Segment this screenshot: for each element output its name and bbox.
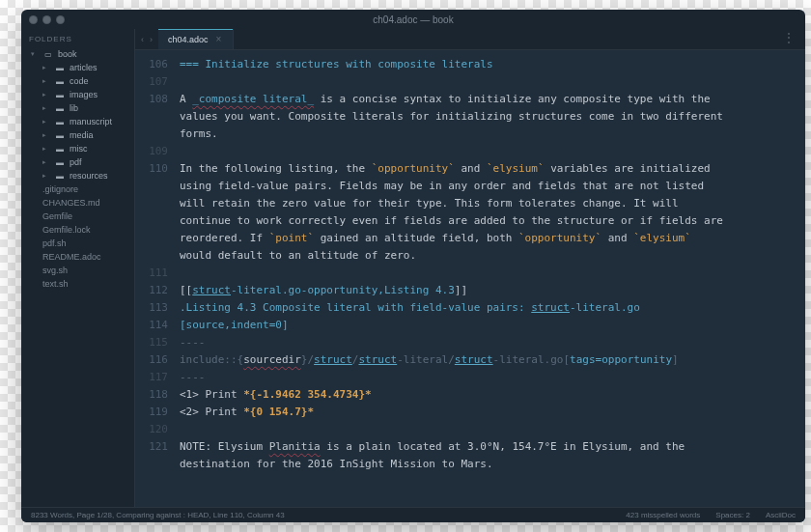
code-line[interactable]: ---- bbox=[180, 369, 796, 386]
tree-label: misc bbox=[70, 144, 88, 154]
tree-folder[interactable]: ▸▬code bbox=[21, 74, 134, 88]
line-number bbox=[135, 108, 168, 126]
line-number bbox=[135, 195, 168, 212]
code-line[interactable]: destination for the 2016 InSight Mission… bbox=[180, 456, 796, 473]
tree-label: media bbox=[70, 130, 94, 140]
tree-file[interactable]: svg.sh bbox=[21, 264, 134, 277]
caret-right-icon: ▸ bbox=[42, 104, 50, 112]
tree-label: Gemfile bbox=[42, 211, 72, 221]
line-number: 119 bbox=[135, 404, 168, 421]
folder-tree[interactable]: ▾ ▭ book ▸▬articles▸▬code▸▬images▸▬lib▸▬… bbox=[21, 47, 134, 507]
code-line[interactable]: would default to an altitude of zero. bbox=[180, 247, 796, 265]
code-line[interactable]: In the following listing, the `opportuni… bbox=[180, 160, 796, 178]
code-line[interactable]: ---- bbox=[180, 334, 796, 351]
tab-overflow-icon[interactable]: ⋮ bbox=[783, 29, 805, 49]
tree-file[interactable]: README.adoc bbox=[21, 250, 134, 264]
folder-icon: ▬ bbox=[55, 118, 65, 126]
code-line[interactable]: .Listing 4.3 Composite literal with fiel… bbox=[180, 299, 796, 317]
code-line[interactable]: NOTE: Elysium Planitia is a plain locate… bbox=[180, 438, 796, 456]
tree-label: code bbox=[70, 76, 89, 86]
tree-folder[interactable]: ▸▬articles bbox=[21, 61, 134, 74]
code-content[interactable]: === Initialize structures with composite… bbox=[176, 50, 805, 507]
code-line[interactable] bbox=[180, 421, 796, 438]
tree-folder[interactable]: ▸▬media bbox=[21, 128, 134, 142]
folder-icon: ▬ bbox=[55, 145, 65, 154]
tree-label: .gitignore bbox=[42, 184, 78, 194]
code-line[interactable]: values you want. Composite literals for … bbox=[180, 108, 796, 126]
line-number bbox=[135, 178, 168, 195]
tree-label: articles bbox=[70, 63, 98, 72]
folder-icon: ▬ bbox=[55, 77, 65, 86]
line-number: 108 bbox=[135, 91, 168, 108]
tree-file[interactable]: pdf.sh bbox=[21, 237, 134, 250]
folder-open-icon: ▭ bbox=[43, 50, 53, 59]
tree-folder[interactable]: ▸▬misc bbox=[21, 142, 134, 155]
tab-label: ch04.adoc bbox=[168, 35, 209, 44]
caret-down-icon: ▾ bbox=[31, 50, 39, 58]
line-number: 117 bbox=[135, 369, 168, 386]
code-line[interactable] bbox=[180, 265, 796, 282]
caret-right-icon: ▸ bbox=[42, 172, 50, 180]
tab-bar: ‹ › ch04.adoc × ⋮ bbox=[135, 29, 805, 50]
tree-file[interactable]: .gitignore bbox=[21, 182, 134, 196]
code-line[interactable]: <1> Print *{-1.9462 354.4734}* bbox=[180, 386, 796, 404]
tree-folder[interactable]: ▸▬images bbox=[21, 88, 134, 101]
folder-icon: ▬ bbox=[55, 91, 65, 99]
status-bar: 8233 Words, Page 1/28, Comparing against… bbox=[21, 507, 805, 522]
caret-right-icon: ▸ bbox=[42, 91, 50, 98]
line-number bbox=[135, 456, 168, 473]
code-line[interactable]: [source,indent=0] bbox=[180, 317, 796, 334]
code-line[interactable]: forms. bbox=[180, 126, 796, 143]
tab-forward-icon[interactable]: › bbox=[150, 35, 153, 44]
code-line[interactable]: include::{sourcedir}/struct/struct-liter… bbox=[180, 351, 796, 369]
line-number: 120 bbox=[135, 421, 168, 438]
editor-main: ‹ › ch04.adoc × ⋮ 1061071081091101111121… bbox=[135, 29, 805, 507]
status-left: 8233 Words, Page 1/28, Comparing against… bbox=[31, 511, 285, 519]
line-number: 116 bbox=[135, 351, 168, 369]
code-line[interactable]: will retain the zero value for their typ… bbox=[180, 195, 796, 212]
code-line[interactable]: [[struct-literal.go-opportunity,Listing … bbox=[180, 282, 796, 299]
folder-icon: ▬ bbox=[55, 158, 65, 167]
editor-area[interactable]: 1061071081091101111121131141151161171181… bbox=[135, 50, 805, 507]
code-line[interactable]: using field-value pairs. Fields may be i… bbox=[180, 178, 796, 195]
tree-label: svg.sh bbox=[42, 266, 68, 275]
sidebar-header: FOLDERS bbox=[21, 29, 134, 47]
caret-right-icon: ▸ bbox=[42, 64, 50, 71]
caret-right-icon: ▸ bbox=[42, 131, 50, 139]
tree-label: text.sh bbox=[42, 279, 69, 289]
tree-folder[interactable]: ▸▬manuscript bbox=[21, 115, 134, 128]
code-line[interactable]: <2> Print *{0 154.7}* bbox=[180, 404, 796, 421]
sidebar: FOLDERS ▾ ▭ book ▸▬articles▸▬code▸▬image… bbox=[21, 29, 135, 507]
tree-folder[interactable]: ▸▬lib bbox=[21, 101, 134, 115]
status-syntax[interactable]: AsciiDoc bbox=[766, 511, 796, 519]
code-line[interactable] bbox=[180, 73, 796, 91]
tree-label: book bbox=[58, 49, 77, 59]
tree-label: resources bbox=[70, 171, 108, 181]
tab-active[interactable]: ch04.adoc × bbox=[158, 29, 234, 49]
tree-root[interactable]: ▾ ▭ book bbox=[21, 47, 134, 61]
tree-file[interactable]: CHANGES.md bbox=[21, 196, 134, 210]
status-misspelled[interactable]: 423 misspelled words bbox=[626, 511, 700, 519]
tab-close-icon[interactable]: × bbox=[216, 34, 222, 44]
tree-file[interactable]: Gemfile bbox=[21, 210, 134, 223]
folder-icon: ▬ bbox=[55, 104, 65, 113]
line-gutter: 1061071081091101111121131141151161171181… bbox=[135, 50, 176, 507]
status-spaces[interactable]: Spaces: 2 bbox=[715, 511, 750, 519]
code-line[interactable]: continue to work correctly even if field… bbox=[180, 212, 796, 230]
tab-back-icon[interactable]: ‹ bbox=[141, 35, 144, 44]
code-line[interactable] bbox=[180, 143, 796, 160]
tree-file[interactable]: Gemfile.lock bbox=[21, 223, 134, 237]
tree-label: pdf bbox=[70, 157, 82, 167]
caret-right-icon: ▸ bbox=[42, 158, 50, 166]
tree-label: Gemfile.lock bbox=[42, 225, 91, 235]
tree-folder[interactable]: ▸▬pdf bbox=[21, 155, 134, 169]
tree-folder[interactable]: ▸▬resources bbox=[21, 169, 134, 182]
tree-label: README.adoc bbox=[42, 252, 101, 262]
tree-file[interactable]: text.sh bbox=[21, 277, 134, 291]
code-line[interactable]: reordered. If `point` gained an altitude… bbox=[180, 230, 796, 247]
line-number: 107 bbox=[135, 73, 168, 91]
tab-nav: ‹ › bbox=[135, 29, 158, 49]
code-line[interactable]: A _composite literal_ is a concise synta… bbox=[180, 91, 796, 108]
line-number: 114 bbox=[135, 317, 168, 334]
code-line[interactable]: === Initialize structures with composite… bbox=[180, 56, 796, 73]
